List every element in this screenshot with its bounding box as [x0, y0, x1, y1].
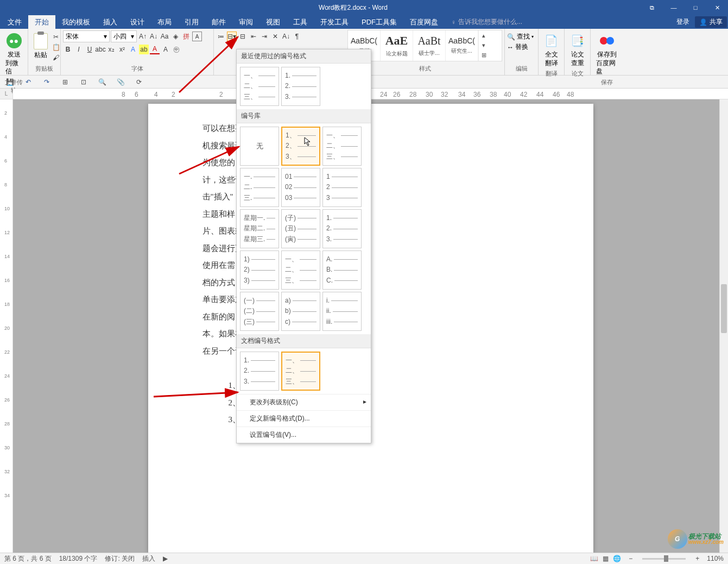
clear-format-icon[interactable]: ◈ — [170, 32, 180, 41]
numbering-button[interactable]: ⊟▾ — [227, 32, 237, 41]
find-button[interactable]: 🔍查找▾ — [507, 32, 536, 41]
zoom-thumb[interactable] — [664, 555, 668, 562]
font-size-select[interactable]: 小四▾ — [111, 30, 137, 42]
bold-icon[interactable]: B — [63, 45, 73, 54]
translate-button[interactable]: 📄 全文 翻译 — [541, 30, 562, 70]
numbering-option[interactable]: 一、二、三、 — [281, 352, 320, 391]
save-to-baidu-button[interactable]: 保存到 百度网盘 — [593, 30, 621, 78]
numbering-option[interactable]: 1.2.3. — [281, 67, 320, 106]
numbering-option[interactable]: i.ii.iii. — [322, 292, 362, 331]
bullets-icon[interactable]: ≔ — [216, 32, 226, 41]
qat-icon-5[interactable]: ⟳ — [134, 77, 144, 87]
text-effects-icon[interactable]: A — [128, 45, 138, 54]
menu-templates[interactable]: 我的模板 — [55, 15, 97, 29]
menu-baidu[interactable]: 百度网盘 — [403, 15, 445, 29]
vertical-scrollbar[interactable] — [719, 99, 728, 553]
sort-icon[interactable]: A↓ — [281, 32, 291, 41]
zoom-in-icon[interactable]: + — [695, 555, 699, 562]
qat-icon-3[interactable]: 🔍 — [97, 77, 107, 87]
replace-button[interactable]: ↔替换 — [507, 42, 536, 52]
qat-icon-1[interactable]: ⊞ — [60, 77, 71, 87]
copy-icon[interactable]: 📋 — [51, 42, 61, 52]
minimize-button[interactable]: — — [663, 0, 685, 15]
qat-icon-4[interactable]: 📎 — [115, 77, 126, 87]
phonetic-icon[interactable]: 拼 — [181, 32, 191, 41]
underline-icon[interactable]: U — [85, 45, 94, 54]
vertical-ruler[interactable]: 246810121416182022242628303234 — [0, 99, 13, 553]
share-button[interactable]: 👤共享 — [695, 16, 727, 28]
char-border-icon[interactable]: A — [192, 32, 202, 41]
font-name-select[interactable]: 宋体▾ — [63, 30, 110, 42]
zoom-slider[interactable] — [642, 558, 686, 560]
menu-pdf[interactable]: PDF工具集 — [355, 15, 403, 29]
menu-devtools[interactable]: 开发工具 — [314, 15, 355, 29]
show-marks-icon[interactable]: ¶ — [292, 32, 302, 41]
style-scroll-up-icon[interactable]: ▴ — [479, 30, 489, 40]
numbering-option[interactable]: 一、二、三、 — [281, 250, 320, 290]
print-layout-icon[interactable]: ▦ — [603, 555, 609, 562]
menu-file[interactable]: 文件 — [1, 15, 28, 29]
zoom-level[interactable]: 110% — [707, 555, 724, 562]
numbering-option[interactable]: 010203 — [281, 168, 320, 207]
char-shading-icon[interactable]: A — [161, 45, 170, 54]
menu-review[interactable]: 审阅 — [232, 15, 259, 29]
ribbon-options-icon[interactable]: ⧉ — [641, 0, 663, 15]
numbering-option[interactable]: 123 — [322, 168, 362, 207]
numbering-option[interactable]: 1.2.3. — [240, 352, 279, 391]
send-to-wechat-button[interactable]: ●● 发送 到微信 — [2, 30, 26, 78]
status-insert[interactable]: 插入 — [142, 554, 155, 563]
status-words[interactable]: 18/1309 个字 — [59, 554, 98, 563]
tell-me-input[interactable]: 告诉我您想要做什么... — [458, 17, 522, 27]
menu-home[interactable]: 开始 — [28, 15, 55, 29]
italic-icon[interactable]: I — [74, 45, 84, 54]
menu-change-list-level[interactable]: 更改列表级别(C)▸ — [237, 394, 371, 410]
numbering-option[interactable]: 1、2、3、 — [281, 127, 320, 166]
decrease-indent-icon[interactable]: ⇤ — [249, 32, 258, 41]
zoom-out-icon[interactable]: − — [629, 555, 632, 562]
qat-icon-2[interactable]: ⊡ — [78, 77, 89, 87]
menu-define-new-format[interactable]: 定义新编号格式(D)... — [237, 410, 371, 427]
shrink-font-icon[interactable]: A↓ — [149, 32, 159, 41]
numbering-option[interactable]: 一、二、三、 — [240, 67, 279, 106]
redo-icon[interactable]: ↷ — [41, 77, 52, 87]
menu-design[interactable]: 设计 — [124, 15, 151, 29]
numbering-option[interactable]: (子)(丑)(寅) — [281, 209, 320, 248]
superscript-icon[interactable]: x² — [117, 45, 127, 54]
plagiarism-button[interactable]: 📑 论文 查重 — [567, 30, 588, 70]
grow-font-icon[interactable]: A↑ — [138, 32, 148, 41]
numbering-option[interactable]: 1)2)3) — [240, 250, 279, 290]
cut-icon[interactable]: ✂ — [51, 32, 61, 42]
increase-indent-icon[interactable]: ⇥ — [259, 32, 269, 41]
menu-mail[interactable]: 邮件 — [205, 15, 232, 29]
menu-tools[interactable]: 工具 — [287, 15, 314, 29]
menu-insert[interactable]: 插入 — [97, 15, 124, 29]
numbering-option[interactable]: (一)(二)(三) — [240, 292, 279, 331]
menu-set-number-value[interactable]: 设置编号值(V)... — [237, 427, 371, 443]
style-researcher[interactable]: AaBbC(研究生... — [446, 30, 478, 61]
close-button[interactable]: ✕ — [706, 0, 728, 15]
enclose-char-icon[interactable]: ㊥ — [172, 45, 181, 54]
numbering-option[interactable]: a)b)c) — [281, 292, 320, 331]
numbering-option[interactable]: 一、二、三、 — [322, 127, 362, 166]
login-button[interactable]: 登录 — [671, 17, 695, 27]
numbering-option[interactable]: A.B.C. — [322, 250, 362, 290]
asian-layout-icon[interactable]: ✕ — [270, 32, 280, 41]
menu-view[interactable]: 视图 — [259, 15, 287, 29]
style-scroll-down-icon[interactable]: ▾ — [479, 40, 489, 50]
style-title[interactable]: AaE论文标题 — [381, 30, 413, 61]
numbering-option-none[interactable]: 无 — [240, 127, 279, 166]
subscript-icon[interactable]: x₂ — [106, 45, 116, 54]
numbering-option[interactable]: 1.2.3. — [322, 209, 362, 248]
menu-layout[interactable]: 布局 — [151, 15, 178, 29]
change-case-icon[interactable]: Aa — [160, 32, 169, 41]
highlight-icon[interactable]: ab — [139, 45, 149, 54]
numbering-option[interactable]: 一.二.三. — [240, 168, 279, 207]
status-macro-icon[interactable]: ▶ — [163, 555, 168, 562]
status-page[interactable]: 第 6 页，共 6 页 — [4, 554, 52, 563]
status-track[interactable]: 修订: 关闭 — [105, 554, 135, 563]
scrollbar-thumb[interactable] — [721, 284, 727, 333]
web-layout-icon[interactable]: 🌐 — [613, 555, 621, 562]
style-master[interactable]: AaBt硕士学... — [413, 30, 446, 61]
read-mode-icon[interactable]: 📖 — [590, 555, 598, 562]
paste-button[interactable]: 粘贴 — [30, 30, 51, 62]
